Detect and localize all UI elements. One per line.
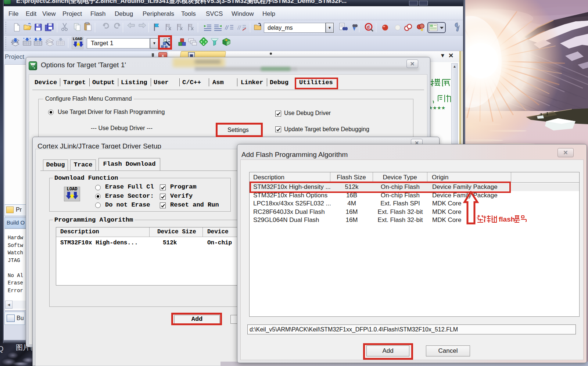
svg-text://: // [237,25,241,31]
svg-text://: // [225,25,229,31]
svg-text:d: d [367,24,370,30]
svg-text:flash: flash [499,215,515,223]
svg-text:★: ★ [420,27,424,32]
svg-text:s: s [34,66,35,69]
